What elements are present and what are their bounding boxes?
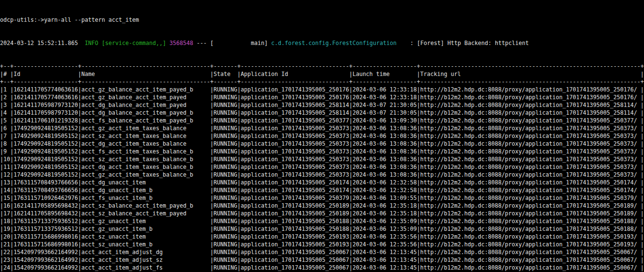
table-row-1: |1 |1621411705774063616|acct_gz_balance_… xyxy=(0,86,644,93)
table-row-21: |21|1763115715686998016|acct_sz_unacct_i… xyxy=(0,241,644,248)
table-row-6: |6 |1749290924819505152|acct_gz_acct_ite… xyxy=(0,124,644,132)
command-text: odcp-utils:->yarn-all --pattern acct_ite… xyxy=(0,16,139,23)
table-border-header: +--+-------------------+----------------… xyxy=(0,78,644,86)
log-segment-fg: 2024-03-12 15:52:11.865 xyxy=(0,40,85,46)
table-border-top: +--+-------------------+----------------… xyxy=(0,62,644,70)
yarn-applications-table: +--+-------------------+----------------… xyxy=(0,62,644,272)
table-row-15: |15|1763115710926462976|acct_fs_unacct_i… xyxy=(0,194,644,202)
table-row-8: |8 |1749290924819505152|acct_dg_acct_ite… xyxy=(0,140,644,148)
command-line: odcp-utils:->yarn-all --pattern acct_ite… xyxy=(0,16,644,24)
table-row-9: |9 |1749290924819505152|acct_fs_acct_ite… xyxy=(0,148,644,155)
table-row-17: |17|1621411705895698432|acct_sz_balance_… xyxy=(0,210,644,217)
table-row-23: |23|1542097993662164992|acct_acct_item_a… xyxy=(0,256,644,264)
log-segment-green: [service-command,,] xyxy=(102,40,169,46)
log-segment-fg: : [Forest] Http Backend: httpclient xyxy=(397,40,529,46)
terminal-screen[interactable]: odcp-utils:->yarn-all --pattern acct_ite… xyxy=(0,0,644,272)
table-row-3: |3 |1621411705987973120|acct_dg_balance_… xyxy=(0,101,644,109)
table-header-row: |# |Id |Name |State |Application Id |Lau… xyxy=(0,70,644,78)
table-row-4: |4 |1621411705987973120|acct_dg_balance_… xyxy=(0,109,644,117)
table-row-11: |11|1749290924819505152|acct_dg_acct_ite… xyxy=(0,163,644,171)
log-segment-green: INFO xyxy=(85,40,102,46)
table-row-13: |13|1763115708493766656|acct_dg_unacct_i… xyxy=(0,179,644,186)
log-segment-cyan: c.d.forest.config.ForestConfiguration xyxy=(271,40,397,46)
table-row-12: |12|1749290924819505152|acct_gz_acct_ite… xyxy=(0,171,644,179)
table-row-20: |20|1763115715686998016|acct_sz_unacct_i… xyxy=(0,233,644,241)
log-line: 2024-03-12 15:52:11.865 INFO [service-co… xyxy=(0,39,644,47)
log-segment-magenta: 3568548 xyxy=(169,40,193,46)
table-row-14: |14|1763115708493766656|acct_dg_unacct_i… xyxy=(0,186,644,194)
table-row-10: |10|1749290924819505152|acct_sz_acct_ite… xyxy=(0,155,644,163)
table-row-18: |18|1763115713375936512|acct_gz_unacct_i… xyxy=(0,217,644,225)
table-row-19: |19|1763115713375936512|acct_gz_unacct_i… xyxy=(0,225,644,233)
table-row-22: |22|1542097993662164992|acct_acct_item_a… xyxy=(0,248,644,256)
table-row-2: |2 |1621411705774063616|acct_gz_balance_… xyxy=(0,93,644,101)
log-segment-fg: --- [ main] xyxy=(193,40,271,46)
table-row-5: |5 |1621411706101219328|acct_fs_balance_… xyxy=(0,117,644,124)
table-row-7: |7 |1749290924819505152|acct_sz_acct_ite… xyxy=(0,132,644,140)
table-row-16: |16|1621411705895698432|acct_sz_balance_… xyxy=(0,202,644,210)
table-row-24: |24|1542097993662164992|acct_acct_item_a… xyxy=(0,264,644,272)
